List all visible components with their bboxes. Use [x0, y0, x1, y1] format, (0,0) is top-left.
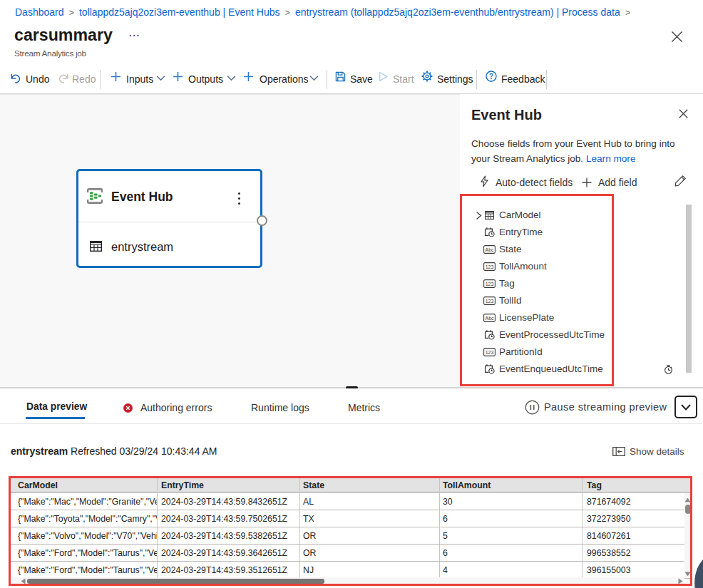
svg-text:Abc: Abc: [485, 247, 494, 252]
svg-text:123: 123: [486, 299, 494, 304]
svg-text:Abc: Abc: [485, 316, 494, 321]
svg-text:123: 123: [486, 350, 494, 355]
svg-text:123: 123: [486, 264, 494, 269]
svg-text:123: 123: [486, 282, 494, 287]
